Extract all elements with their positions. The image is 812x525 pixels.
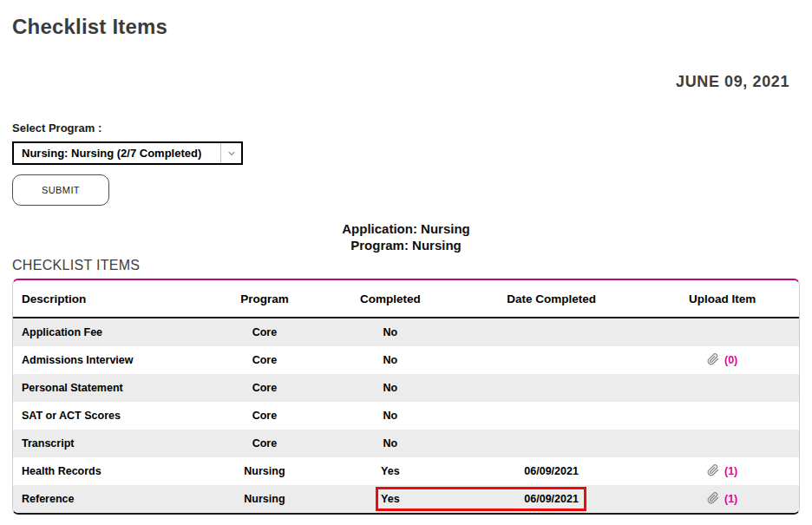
column-header-upload-item: Upload Item (645, 292, 799, 305)
cell-program: Core (206, 326, 324, 338)
current-date: JUNE 09, 2021 (676, 73, 789, 91)
upload-count: (1) (724, 465, 737, 477)
select-program-label: Select Program : (12, 121, 812, 135)
cell-completed: No (324, 354, 457, 366)
cell-upload-item: (1) (645, 492, 799, 507)
cell-completed: Yes (324, 465, 457, 477)
cell-completed: Yes (324, 493, 457, 505)
table-row: Admissions Interview Core No (0) (13, 346, 799, 374)
submit-button[interactable]: SUBMIT (12, 174, 109, 206)
cell-completed: No (324, 437, 457, 450)
table-row: Health Records Nursing Yes 06/09/2021 (1… (13, 457, 799, 485)
cell-upload-item: (1) (645, 464, 799, 479)
program-select-dropdown[interactable]: Nursing: Nursing (2/7 Completed) (12, 141, 243, 165)
program-select-value: Nursing: Nursing (2/7 Completed) (14, 143, 220, 163)
table-row: SAT or ACT Scores Core No (13, 402, 799, 430)
table-row: Application Fee Core No (13, 318, 799, 346)
table-header-row: Description Program Completed Date Compl… (13, 280, 799, 318)
column-header-completed: Completed (324, 292, 457, 305)
cell-program: Core (206, 354, 324, 366)
column-header-description: Description (13, 292, 206, 305)
table-row: Reference Nursing Yes 06/09/2021 (1) (13, 485, 799, 513)
cell-program: Nursing (206, 493, 324, 505)
cell-completed: No (324, 410, 457, 422)
column-header-date-completed: Date Completed (457, 292, 645, 305)
upload-count: (0) (724, 354, 737, 366)
cell-description: Application Fee (13, 326, 206, 338)
paperclip-icon (707, 464, 719, 479)
cell-program: Nursing (206, 465, 324, 477)
table-body: Application Fee Core No Admissions Inter… (13, 318, 799, 513)
cell-date-completed: 06/09/2021 (457, 493, 645, 505)
application-line: Application: Nursing (0, 220, 812, 237)
program-line: Program: Nursing (0, 237, 812, 253)
upload-attachment-link[interactable]: (1) (707, 492, 737, 507)
paperclip-icon (707, 353, 719, 368)
cell-completed: No (324, 326, 457, 338)
program-select-block: Select Program : Nursing: Nursing (2/7 C… (12, 121, 812, 206)
cell-description: Transcript (13, 437, 206, 450)
paperclip-icon (707, 492, 719, 507)
checklist-section-title: CHECKLIST ITEMS (12, 258, 812, 273)
chevron-down-icon (220, 143, 241, 163)
cell-description: Personal Statement (13, 382, 206, 394)
application-info: Application: Nursing Program: Nursing (0, 220, 812, 253)
upload-count: (1) (724, 493, 737, 505)
cell-program: Core (206, 410, 324, 422)
checklist-table: Description Program Completed Date Compl… (12, 279, 800, 515)
upload-attachment-link[interactable]: (0) (707, 353, 737, 368)
cell-description: Admissions Interview (13, 354, 206, 366)
upload-attachment-link[interactable]: (1) (707, 464, 737, 479)
cell-description: Reference (13, 493, 206, 505)
page-title: Checklist Items (12, 15, 812, 39)
cell-upload-item: (0) (645, 353, 799, 368)
cell-description: SAT or ACT Scores (13, 410, 206, 422)
cell-date-completed: 06/09/2021 (457, 465, 645, 477)
table-row: Transcript Core No (13, 430, 799, 457)
cell-program: Core (206, 437, 324, 450)
cell-description: Health Records (13, 465, 206, 477)
cell-completed: No (324, 382, 457, 394)
table-row: Personal Statement Core No (13, 374, 799, 402)
cell-program: Core (206, 382, 324, 394)
column-header-program: Program (206, 292, 324, 305)
